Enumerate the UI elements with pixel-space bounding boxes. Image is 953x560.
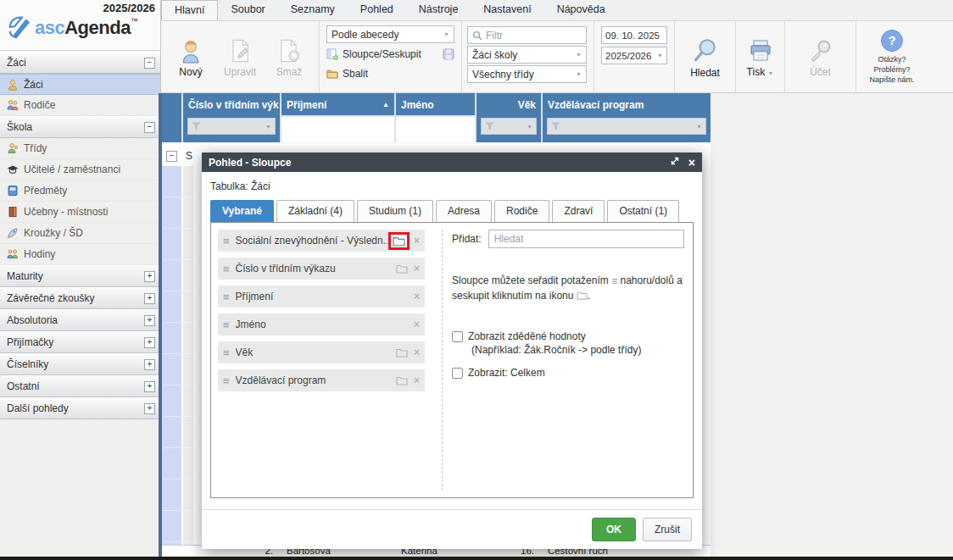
sidebar-section-skola[interactable]: Škola − <box>0 116 160 138</box>
expand-icon[interactable]: + <box>144 359 155 370</box>
expand-icon[interactable]: + <box>144 381 155 392</box>
filter-vek[interactable]: ▼ <box>481 118 537 135</box>
column-item-program[interactable]: ≡ Vzdělávací program × <box>218 369 425 391</box>
column-program[interactable]: Vzdělávací program ▼ <box>541 93 711 142</box>
search-button[interactable]: Hledat <box>675 21 735 92</box>
maximize-icon[interactable] <box>670 156 680 169</box>
column-item-vek[interactable]: ≡ Věk × <box>218 341 425 363</box>
tab-rodice[interactable]: Rodiče <box>494 200 549 222</box>
menu-tab-hlavni[interactable]: Hlavní <box>161 0 218 20</box>
tab-adresa[interactable]: Adresa <box>436 200 492 222</box>
sidebar-section-dalsi-pohledy[interactable]: Další pohledy + <box>0 397 160 419</box>
sidebar-item-ucebny[interactable]: Učebny - místnosti <box>0 202 160 223</box>
drag-handle-icon[interactable]: ≡ <box>223 263 230 275</box>
filter-program[interactable]: ▼ <box>547 118 706 135</box>
column-item-jmeno[interactable]: ≡ Jméno × <box>218 313 425 335</box>
expand-icon[interactable]: + <box>144 315 155 326</box>
close-icon[interactable]: × <box>688 157 695 169</box>
dialog-titlebar[interactable]: Pohled - Sloupce × <box>202 152 702 172</box>
help-button[interactable]: ? Otázky? Problémy? Napište nám. <box>856 21 928 92</box>
sidebar-item-zaci[interactable]: Žáci <box>0 74 160 95</box>
add-column-search-input[interactable] <box>488 230 684 248</box>
group-folder-icon[interactable] <box>396 375 408 385</box>
menu-tab-soubor[interactable]: Soubor <box>218 0 277 20</box>
collapse-icon[interactable]: − <box>144 122 155 133</box>
sidebar-section-prijimacky[interactable]: Přijímačky + <box>0 331 160 353</box>
filter-jmeno[interactable] <box>396 115 475 142</box>
filter-cislo[interactable]: ▼ <box>187 118 276 135</box>
expand-icon[interactable]: + <box>144 403 155 414</box>
drag-handle-icon[interactable]: ≡ <box>223 319 230 331</box>
column-item-prijmeni[interactable]: ≡ Příjmení × <box>218 286 425 308</box>
dialog-tabs: Vybrané Základní (4) Studium (1) Adresa … <box>210 200 694 222</box>
sidebar-section-maturity[interactable]: Maturity + <box>0 265 160 287</box>
menu-tab-nastaveni[interactable]: Nastavení <box>471 0 543 20</box>
expand-icon[interactable]: + <box>144 293 155 304</box>
sidebar-item-rodice[interactable]: Rodiče <box>0 95 160 116</box>
sidebar-splitter[interactable] <box>159 93 162 557</box>
menu-tab-seznamy[interactable]: Seznamy <box>278 0 348 20</box>
drag-handle-icon[interactable]: ≡ <box>223 347 230 359</box>
collapse-icon[interactable]: − <box>144 58 155 69</box>
school-year-select[interactable]: 2025/2026 ▼ <box>601 47 667 64</box>
columns-dialog: Pohled - Sloupce × Tabulka: Žáci Vybrané… <box>202 152 702 549</box>
tab-vybrane[interactable]: Vybrané <box>210 200 274 222</box>
sidebar-item-ucitele[interactable]: Učitelé / zaměstnanci <box>0 159 160 180</box>
scope-select[interactable]: Žáci školy ▼ <box>467 46 587 64</box>
sidebar-item-tridy[interactable]: Třídy <box>0 138 160 159</box>
menu-tab-nastroje[interactable]: Nástroje <box>406 0 471 20</box>
show-total-checkbox[interactable] <box>452 368 463 379</box>
columns-group-button[interactable]: Sloupce/Seskupit <box>326 46 454 63</box>
expand-icon[interactable]: + <box>144 337 155 348</box>
delete-button[interactable]: Smaž <box>265 21 314 92</box>
print-button[interactable]: Tisk ▼ <box>736 21 784 92</box>
show-inherited-checkbox[interactable] <box>452 331 463 342</box>
tab-ostatni[interactable]: Ostatní (1) <box>607 200 679 222</box>
sidebar-section-ostatni[interactable]: Ostatní + <box>0 375 160 397</box>
sidebar-section-zaverecne-zkousky[interactable]: Závěrečné zkoušky + <box>0 287 160 309</box>
sidebar-item-predmety[interactable]: Předměty <box>0 180 160 202</box>
classes-select[interactable]: Všechny třídy ▼ <box>467 65 587 83</box>
group-folder-icon[interactable] <box>396 347 408 358</box>
remove-icon[interactable]: × <box>414 235 420 247</box>
sidebar-section-absolutoria[interactable]: Absolutoria + <box>0 309 160 331</box>
drag-handle-icon[interactable]: ≡ <box>223 235 230 247</box>
expand-icon[interactable]: + <box>144 271 155 282</box>
collapse-all-button[interactable]: Sbalit <box>326 65 454 82</box>
tab-zdravi[interactable]: Zdraví <box>552 200 605 222</box>
column-vek[interactable]: Věk ▼ <box>475 93 541 142</box>
edit-button[interactable]: Upravit <box>215 21 265 92</box>
group-folder-icon[interactable] <box>393 236 405 247</box>
column-prijmeni[interactable]: Příjmení ▲ <box>280 93 394 142</box>
column-item-socialni[interactable]: ≡ Sociální znevýhodnění - Výsledn... × <box>218 230 425 252</box>
group-folder-icon[interactable] <box>396 263 408 274</box>
ok-button[interactable]: OK <box>592 518 636 541</box>
remove-icon[interactable]: × <box>414 347 420 358</box>
sidebar-item-krouzky[interactable]: Kroužky / ŠD <box>0 223 160 244</box>
tab-zakladni[interactable]: Základní (4) <box>276 200 354 222</box>
sort-order-select[interactable]: Podle abecedy ▼ <box>326 25 454 43</box>
sidebar-section-ciselniky[interactable]: Číselníky + <box>0 353 160 375</box>
drag-handle-icon[interactable]: ≡ <box>223 374 230 387</box>
sidebar-section-zaci[interactable]: Žáci − <box>0 52 160 74</box>
remove-icon[interactable]: × <box>414 291 420 302</box>
tab-studium[interactable]: Studium (1) <box>357 200 433 222</box>
collapse-icon[interactable]: − <box>166 151 177 162</box>
drag-handle-icon[interactable]: ≡ <box>223 291 230 303</box>
sidebar-item-hodiny[interactable]: Hodiny <box>0 244 160 265</box>
cancel-button[interactable]: Zrušit <box>643 518 692 541</box>
account-button[interactable]: Účet <box>796 21 845 92</box>
date-field[interactable]: 09. 10. 2025 <box>601 26 667 44</box>
save-icon[interactable] <box>443 48 454 60</box>
remove-icon[interactable]: × <box>414 319 420 330</box>
menu-tab-napoveda[interactable]: Nápověda <box>544 0 618 20</box>
quick-filter-input[interactable]: Filtr <box>467 26 587 44</box>
column-jmeno[interactable]: Jméno <box>394 93 475 142</box>
new-button[interactable]: Nový <box>166 21 215 92</box>
remove-icon[interactable]: × <box>414 374 420 386</box>
column-cislo[interactable]: Číslo v třídním výk ▼ <box>181 93 280 142</box>
menu-tab-pohled[interactable]: Pohled <box>348 0 406 20</box>
column-item-cislo[interactable]: ≡ Číslo v třídním výkazu × <box>218 258 425 280</box>
filter-prijmeni[interactable] <box>281 115 394 142</box>
remove-icon[interactable]: × <box>414 263 420 274</box>
